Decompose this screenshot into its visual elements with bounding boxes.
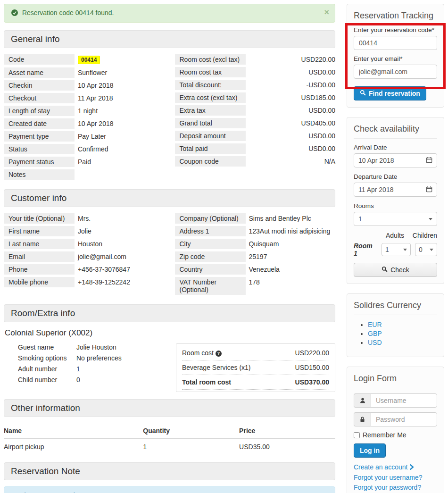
room-cost-box: Room cost? USD220.00 Beverage Services (… [176,343,335,392]
section-header-general-info: General info [4,30,335,48]
departure-date-input[interactable]: 11 Apr 2018 [354,183,437,197]
reservation-code-badge: 00414 [78,56,100,64]
info-row: Created date10 Apr 2018 [4,118,165,129]
panel-title-login-form: Login Form [354,374,437,388]
customer-info-right: Company (Optional)Sims and Bentley Plc A… [175,213,336,297]
section-header-customer-info: Customer info [4,189,335,207]
chevron-down-icon [429,218,432,220]
chevron-down-icon [430,249,433,251]
list-item: USD [368,338,437,347]
info-row: VAT Number (Optional)178 [175,277,336,295]
info-row: Mobile phone+148-39-1252242 [4,277,165,287]
info-row: Company (Optional)Sims and Bentley Plc [175,213,336,224]
room-detail-row: Adult number1 [18,365,122,373]
arrival-date-label: Arrival Date [354,144,437,151]
info-row: Your title (Optional)Mrs. [4,213,165,224]
adults-header: Adults [382,232,408,239]
password-input[interactable] [371,412,437,426]
list-item: EUR [368,320,437,329]
currency-panel: Solidres Currency EUR GBP USD [347,293,444,357]
forgot-username-link[interactable]: Forgot your username? [354,474,423,481]
adults-select[interactable]: 1 [382,243,411,256]
search-icon [360,90,366,97]
children-header: Children [413,232,437,239]
chevron-right-icon [409,464,414,471]
check-availability-panel: Check availability Arrival Date 10 Apr 2… [347,117,444,284]
info-row: Checkin10 Apr 2018 [4,80,165,91]
currency-link-usd[interactable]: USD [368,339,382,346]
close-icon[interactable]: × [324,8,329,17]
occupancy-headers: Adults Children [354,232,437,239]
info-row: Room cost (excl tax)USD220.00 [175,54,336,65]
panel-title-check-availability: Check availability [354,124,437,139]
remember-me-label: Remember Me [363,431,407,439]
room-details: Guest nameJolie Houston Smoking optionsN… [18,343,122,387]
general-info-right: Room cost (excl tax)USD220.00 Room cost … [175,54,336,182]
main-content: Reservation code 00414 found. × General … [4,4,335,493]
password-group [354,412,437,426]
room-type-title: Colonial Superior (X002) [5,328,335,338]
info-row: First nameJolie [4,226,165,236]
children-select[interactable]: 0 [415,243,437,256]
room-occupancy-row: Room 1 1 0 [354,242,437,257]
forgot-password-link[interactable]: Forgot your password? [354,484,421,491]
other-information-table: Name Quantity Price Airport pickup 1 USD… [4,423,335,455]
currency-link-gbp[interactable]: GBP [368,330,382,337]
reservation-tracking-panel: Reservation Tracking Enter your reservat… [347,4,444,108]
rooms-select[interactable]: 1 [354,212,437,226]
general-info-grid: Code 00414 Asset nameSunflower Checkin10… [4,54,335,182]
login-button[interactable]: Log in [354,443,386,458]
info-row: CountryVenezuela [175,264,336,275]
arrival-date-input[interactable]: 10 Apr 2018 [354,153,437,167]
table-row: Airport pickup 1 USD35.00 [4,439,335,455]
currency-link-eur[interactable]: EUR [368,321,382,328]
find-reservation-button[interactable]: Find reservation [354,86,426,100]
calendar-icon [426,157,432,165]
search-icon [382,266,388,274]
info-row: Notes [4,169,165,180]
cost-row-room-cost: Room cost? USD220.00 [182,346,329,360]
cost-row-extra: Beverage Services (x1) USD150.00 [182,360,329,375]
email-input[interactable] [354,65,437,79]
room-detail-row: Guest nameJolie Houston [18,343,122,351]
lock-icon [354,412,371,426]
info-row: Extra cost (excl tax)USD185.00 [175,92,336,103]
create-account-link[interactable]: Create an account [354,463,414,471]
login-links: Create an account Forgot your username? … [354,462,437,492]
section-header-room-extra-info: Room/Extra info [4,304,335,322]
info-row: Phone+456-37-3076847 [4,264,165,275]
column-header-name: Name [4,423,143,439]
room-row-label: Room 1 [354,242,377,257]
chevron-down-icon [403,249,407,251]
info-row: Last nameHouston [4,239,165,249]
check-button[interactable]: Check [354,263,437,277]
info-row: CityQuisquam [175,239,336,249]
username-input[interactable] [371,393,437,408]
alert-text: Reservation code 00414 found. [22,9,114,17]
info-row: Extra taxUSD0.00 [175,105,336,116]
help-icon[interactable]: ? [216,351,222,357]
section-header-reservation-note: Reservation Note [4,462,335,480]
table-header-row: Name Quantity Price [4,423,335,439]
info-row-code: Code 00414 [4,54,165,65]
panel-title-reservation-tracking: Reservation Tracking [354,11,437,21]
info-row: Grand totalUSD405.00 [175,118,336,128]
reservation-tracking-page: Reservation code 00414 found. × General … [0,0,448,8]
room-detail-row: Smoking optionsNo preferences [18,354,122,362]
info-row: Payment statusPaid [4,157,165,167]
info-row: Address 1123Aut modi nisi adipisicing [175,226,336,236]
panel-title-currency: Solidres Currency [354,301,437,315]
info-row: Room cost taxUSD0.00 [175,67,336,77]
remember-me-checkbox[interactable] [354,432,360,438]
general-info-left: Code 00414 Asset nameSunflower Checkin10… [4,54,165,182]
rooms-label: Rooms [354,202,437,209]
room-detail-row: Child number0 [18,376,122,384]
departure-date-label: Departure Date [354,173,437,180]
info-row: Total paidUSD0.00 [175,143,336,154]
column-header-price: Price [239,423,335,439]
login-form-panel: Login Form Remember Me Log in [347,367,444,493]
no-notes-alert: You have no reservation notes. [4,486,335,493]
success-alert: Reservation code 00414 found. × [4,4,335,23]
sidebar: Reservation Tracking Enter your reservat… [347,4,444,493]
reservation-code-input[interactable] [354,36,437,50]
